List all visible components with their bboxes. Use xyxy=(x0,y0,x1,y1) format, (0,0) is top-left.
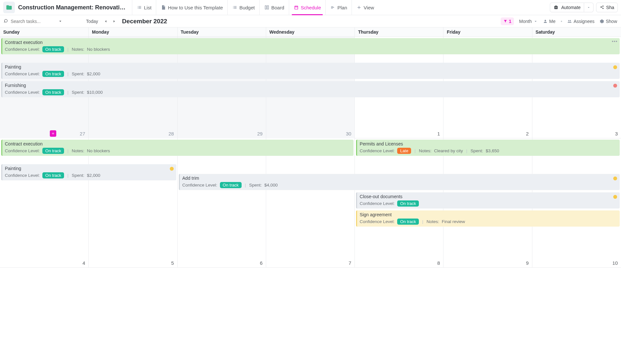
spent-label: Spent: xyxy=(249,183,262,187)
tab-plan[interactable]: Plan xyxy=(325,0,352,15)
event-furnishing[interactable]: Furnishing Confidence Level: On track | … xyxy=(1,81,620,97)
search-wrap[interactable] xyxy=(4,19,82,24)
people-icon xyxy=(567,19,572,24)
day-header: Monday xyxy=(89,27,177,37)
day-header: Saturday xyxy=(532,27,621,37)
notes-label: Notes: xyxy=(72,47,84,52)
status-badge: On track xyxy=(220,182,242,188)
event-title: Furnishing xyxy=(5,83,617,88)
folder-icon xyxy=(3,2,15,13)
me-filter[interactable]: Me xyxy=(543,19,555,24)
chevron-down-icon[interactable] xyxy=(58,19,63,24)
add-task-button[interactable] xyxy=(50,130,56,137)
day-number: 28 xyxy=(169,131,174,136)
separator: | xyxy=(67,90,69,95)
event-title: Sign agreement xyxy=(360,212,617,217)
event-sign-agreement[interactable]: Sign agreement Confidence Level: On trac… xyxy=(356,210,620,227)
notes-label: Notes: xyxy=(427,219,439,224)
confidence-label: Confidence Level: xyxy=(360,219,395,224)
status-badge: On track xyxy=(42,172,64,178)
search-input[interactable] xyxy=(11,19,56,24)
assignees-filter[interactable]: Assignees xyxy=(567,19,594,24)
event-permits[interactable]: Permits and Licenses Confidence Level: L… xyxy=(356,140,620,156)
event-painting[interactable]: Painting Confidence Level: On track | Sp… xyxy=(1,63,620,79)
automate-split: Automate xyxy=(550,3,594,12)
automate-dropdown[interactable] xyxy=(584,3,594,12)
day-cell[interactable]: 7 xyxy=(266,138,355,268)
tab-label: Board xyxy=(271,5,284,10)
day-number: 30 xyxy=(346,131,351,136)
tab-budget[interactable]: Budget xyxy=(227,0,259,15)
tab-label: List xyxy=(144,5,151,10)
confidence-label: Confidence Level: xyxy=(5,90,40,95)
automate-button[interactable]: Automate xyxy=(550,3,584,12)
day-number: 9 xyxy=(526,260,528,266)
day-cell[interactable]: 5 xyxy=(89,138,177,268)
day-header: Wednesday xyxy=(266,27,355,37)
share-button[interactable]: Sha xyxy=(596,3,618,12)
event-title: Permits and Licenses xyxy=(360,141,617,146)
event-menu[interactable] xyxy=(612,41,617,42)
day-header-row: Sunday Monday Tuesday Wednesday Thursday… xyxy=(0,27,621,37)
tab-add-view[interactable]: View xyxy=(352,0,378,15)
tab-board[interactable]: Board xyxy=(259,0,289,15)
event-title: Add trim xyxy=(182,176,617,181)
status-badge: On track xyxy=(42,89,64,95)
share-icon xyxy=(600,5,604,10)
prev-month-button[interactable] xyxy=(103,18,109,25)
event-add-trim[interactable]: Add trim Confidence Level: On track | Sp… xyxy=(179,174,620,190)
chevron-right-icon xyxy=(112,19,116,24)
tab-label: How to Use this Template xyxy=(168,5,223,10)
day-cell[interactable]: 6 xyxy=(178,138,266,268)
calendar-toolbar: Today December 2022 1 Month Me • Assigne… xyxy=(0,15,621,27)
separator: | xyxy=(67,148,69,153)
event-meta: Confidence Level: Late | Notes: Cleared … xyxy=(360,148,617,154)
spent-value: $10,000 xyxy=(87,90,103,95)
status-badge: On track xyxy=(42,148,64,154)
filter-icon xyxy=(503,19,507,23)
robot-icon xyxy=(553,5,559,10)
event-contract-execution[interactable]: Contract execution Confidence Level: On … xyxy=(1,140,354,156)
confidence-label: Confidence Level: xyxy=(5,173,40,178)
show-button[interactable]: Show xyxy=(600,19,617,24)
event-meta: Confidence Level: On track | Spent: $10,… xyxy=(5,89,617,95)
event-meta: Confidence Level: On track | Notes: No b… xyxy=(5,148,351,154)
event-meta: Confidence Level: On track | Notes: Fina… xyxy=(360,219,617,225)
day-header: Sunday xyxy=(0,27,89,37)
view-granularity[interactable]: Month xyxy=(519,19,538,24)
event-contract-execution[interactable]: Contract execution Confidence Level: On … xyxy=(1,38,620,54)
next-month-button[interactable] xyxy=(111,18,117,25)
calendar-week: 27 28 29 30 1 2 3 Contract execution Con… xyxy=(0,37,621,138)
day-number: 3 xyxy=(615,131,618,136)
header-actions: Automate Sha xyxy=(550,3,618,12)
toolbar-right: 1 Month Me • Assignees Show xyxy=(501,17,617,25)
spent-label: Spent: xyxy=(471,148,483,153)
separator: | xyxy=(466,148,467,153)
filter-chip[interactable]: 1 xyxy=(501,17,514,25)
day-number: 27 xyxy=(80,131,85,136)
notes-value: Cleared by city xyxy=(434,148,463,153)
person-icon xyxy=(543,19,548,24)
status-badge: On track xyxy=(397,219,419,225)
plus-icon xyxy=(51,132,55,135)
separator: | xyxy=(67,173,69,178)
chevron-down-icon xyxy=(587,5,591,9)
page-title: Construction Management: Renovatio... xyxy=(18,4,128,11)
tab-schedule[interactable]: Schedule xyxy=(289,0,326,15)
tab-list[interactable]: List xyxy=(132,0,156,15)
event-title: Contract execution xyxy=(5,141,351,146)
day-header: Tuesday xyxy=(178,27,266,37)
day-header: Thursday xyxy=(355,27,443,37)
status-badge: On track xyxy=(397,200,419,207)
day-cell[interactable]: 4 xyxy=(0,138,89,268)
today-button[interactable]: Today xyxy=(86,19,98,24)
event-closeout[interactable]: Close-out documents Confidence Level: On… xyxy=(356,192,620,209)
event-title: Painting xyxy=(5,166,174,171)
event-painting[interactable]: Painting Confidence Level: On track | Sp… xyxy=(1,164,176,180)
me-label: Me xyxy=(549,19,555,24)
day-number: 29 xyxy=(257,131,263,136)
tab-howto[interactable]: How to Use this Template xyxy=(156,0,227,15)
status-dot-icon xyxy=(613,177,617,180)
event-meta: Confidence Level: On track | Spent: $2,0… xyxy=(5,71,617,77)
share-label: Sha xyxy=(606,5,614,10)
